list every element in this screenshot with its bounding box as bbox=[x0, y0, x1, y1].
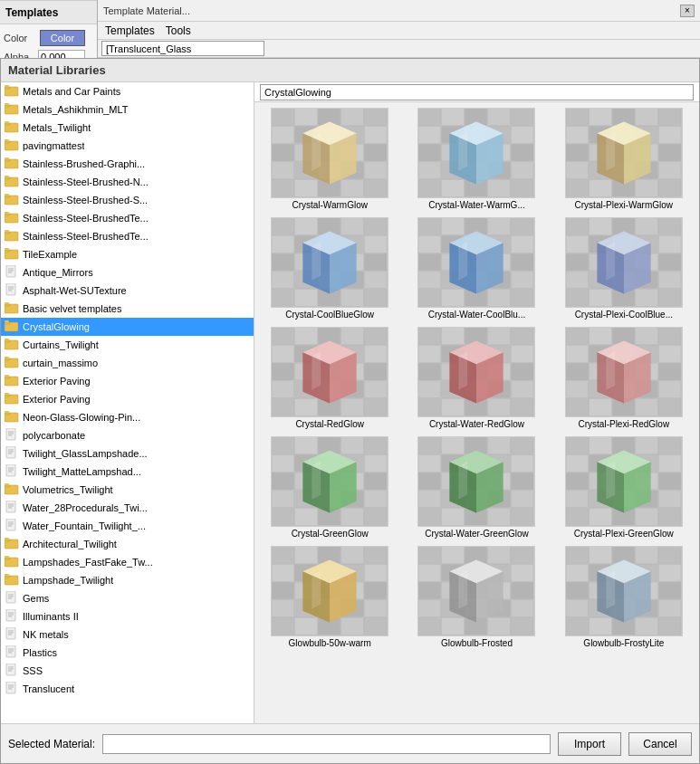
material-item-crystal-plexi-coolblue[interactable]: Crystal-Plexi-CoolBlue... bbox=[552, 215, 695, 321]
cancel-button[interactable]: Cancel bbox=[628, 732, 692, 756]
library-item-stainless-n[interactable]: Stainless-Steel-Brushed-N... bbox=[1, 173, 254, 191]
library-item-curtain-mas[interactable]: curtain_massimo bbox=[1, 354, 254, 372]
svg-rect-148 bbox=[418, 109, 441, 126]
library-item-label: Water_28Procedurals_Twi... bbox=[23, 502, 148, 513]
svg-rect-135 bbox=[365, 162, 388, 179]
material-item-crystal-coolblueglow[interactable]: Crystal-CoolBlueGlow bbox=[258, 215, 401, 321]
library-item-tile-example[interactable]: TileExample bbox=[1, 245, 254, 263]
templates-tab[interactable]: Templates bbox=[5, 6, 58, 19]
library-item-label: Antique_Mirrors bbox=[23, 267, 93, 278]
material-item-crystal-plexi-warmglow[interactable]: Crystal-Plexi-WarmGlow bbox=[552, 106, 695, 212]
material-item-crystal-water-redglow[interactable]: Crystal-Water-RedGlow bbox=[405, 325, 548, 431]
material-item-glowbulb-50w-warm[interactable]: Glowbulb-50w-warm bbox=[258, 544, 401, 650]
library-item-metals-twi[interactable]: Metals_Twilight bbox=[1, 119, 254, 137]
library-item-polycarbonate[interactable]: polycarbonate bbox=[1, 426, 254, 444]
svg-rect-579 bbox=[566, 600, 589, 617]
library-item-stainless-s[interactable]: Stainless-Steel-Brushed-S... bbox=[1, 191, 254, 209]
menu-templates[interactable]: Templates bbox=[101, 24, 158, 38]
svg-rect-153 bbox=[418, 126, 441, 143]
path-input[interactable] bbox=[101, 41, 264, 56]
svg-rect-318 bbox=[272, 363, 294, 380]
material-path-input[interactable] bbox=[260, 84, 694, 100]
svg-rect-567 bbox=[636, 547, 658, 564]
import-button[interactable]: Import bbox=[558, 732, 621, 756]
library-item-twilight-glass[interactable]: Twilight_GlassLampshade... bbox=[1, 444, 254, 463]
color-button[interactable]: Color bbox=[40, 30, 85, 46]
svg-rect-281 bbox=[566, 235, 589, 253]
svg-rect-171 bbox=[488, 180, 511, 197]
svg-rect-10 bbox=[5, 141, 10, 143]
library-item-twilight-matte[interactable]: Twilight_MatteLampshad... bbox=[1, 463, 254, 481]
material-grid[interactable]: Crystal-WarmGlow Crystal-Water-WarmG... bbox=[254, 102, 699, 723]
library-item-water-fountain[interactable]: Water_Fountain_Twilight_... bbox=[1, 517, 254, 535]
svg-rect-213 bbox=[295, 218, 318, 235]
material-item-glowbulb-frosted[interactable]: Glowbulb-Frosted bbox=[405, 544, 548, 650]
library-item-label: Stainless-Steel-BrushedTe... bbox=[23, 231, 149, 242]
library-item-neon-glass[interactable]: Neon-Glass-Glowing-Pin... bbox=[1, 408, 254, 426]
library-item-label: Curtains_Twilight bbox=[23, 339, 99, 350]
svg-rect-364 bbox=[512, 399, 534, 416]
svg-rect-185 bbox=[566, 126, 589, 143]
material-item-crystal-water-greenglow[interactable]: Crystal-Water-GreenGlow bbox=[405, 435, 548, 540]
library-item-exterior-paving1[interactable]: Exterior Paving bbox=[1, 372, 254, 390]
svg-rect-553 bbox=[442, 618, 465, 635]
material-item-crystal-plexi-greenglow[interactable]: Crystal-Plexi-GreenGlow bbox=[552, 435, 695, 540]
svg-rect-574 bbox=[566, 582, 589, 599]
svg-rect-99 bbox=[6, 627, 15, 639]
svg-rect-343 bbox=[488, 328, 511, 345]
library-item-stainless-brte2[interactable]: Stainless-Steel-BrushedTe... bbox=[1, 227, 254, 245]
material-item-crystal-warmglow[interactable]: Crystal-WarmGlow bbox=[258, 106, 401, 212]
svg-rect-409 bbox=[272, 454, 294, 472]
library-item-lampshade-twi[interactable]: Lampshade_Twilight bbox=[1, 571, 254, 589]
svg-rect-14 bbox=[5, 158, 9, 159]
library-item-translucent[interactable]: Translucent bbox=[1, 680, 254, 698]
svg-rect-48 bbox=[5, 358, 10, 360]
material-item-crystal-water-warmg[interactable]: Crystal-Water-WarmG... bbox=[405, 106, 548, 212]
library-item-pavingmattest[interactable]: pavingmattest bbox=[1, 137, 254, 155]
library-item-exterior-paving2[interactable]: Exterior Paving bbox=[1, 390, 254, 408]
lib-icon bbox=[5, 627, 19, 643]
library-item-stainless-brte1[interactable]: Stainless-Steel-BrushedTe... bbox=[1, 209, 254, 227]
library-item-crystalglowing[interactable]: CrystalGlowing bbox=[1, 318, 254, 336]
material-label: Crystal-Water-WarmG... bbox=[428, 200, 524, 210]
library-item-volumetrics[interactable]: Volumetrics_Twilight bbox=[1, 481, 254, 499]
library-item-illuminants[interactable]: Illuminants II bbox=[1, 607, 254, 626]
library-item-architectural[interactable]: Architectural_Twilight bbox=[1, 535, 254, 553]
library-item-lampshades-fast[interactable]: Lampshades_FastFake_Tw... bbox=[1, 553, 254, 571]
library-item-metals-ash[interactable]: Metals_Ashikhmin_MLT bbox=[1, 100, 254, 119]
svg-rect-533 bbox=[442, 547, 465, 564]
library-item-asphalt[interactable]: Asphalt-Wet-SUTexture bbox=[1, 282, 254, 300]
svg-rect-405 bbox=[295, 437, 318, 454]
svg-rect-95 bbox=[6, 609, 15, 621]
library-item-sss[interactable]: SSS bbox=[1, 662, 254, 680]
svg-rect-535 bbox=[488, 547, 511, 564]
menu-tools[interactable]: Tools bbox=[162, 24, 195, 38]
svg-rect-408 bbox=[365, 437, 388, 454]
material-item-glowbulb-frostylite[interactable]: Glowbulb-FrostyLite bbox=[552, 544, 695, 650]
library-item-metals-car[interactable]: Metals and Car Paints bbox=[1, 82, 254, 100]
library-item-label: polycarbonate bbox=[23, 430, 85, 441]
svg-rect-117 bbox=[295, 109, 318, 126]
material-item-crystal-plexi-redglow[interactable]: Crystal-Plexi-RedGlow bbox=[552, 325, 695, 431]
svg-rect-180 bbox=[566, 109, 589, 126]
material-item-crystal-water-coolblu[interactable]: Crystal-Water-CoolBlu... bbox=[405, 215, 548, 321]
library-item-stainless-graphi[interactable]: Stainless-Brushed-Graphi... bbox=[1, 155, 254, 173]
material-item-crystal-redglow[interactable]: Crystal-RedGlow bbox=[258, 325, 401, 431]
svg-rect-28 bbox=[5, 250, 10, 252]
close-button[interactable]: × bbox=[680, 5, 695, 17]
library-list[interactable]: Metals and Car Paints Metals_Ashikhmin_M… bbox=[1, 82, 254, 723]
svg-marker-498 bbox=[606, 461, 615, 499]
material-thumbnail bbox=[417, 546, 535, 636]
library-item-plastics[interactable]: Plastics bbox=[1, 644, 254, 662]
library-item-gems[interactable]: Gems bbox=[1, 589, 254, 607]
library-item-basic-velvet[interactable]: Basic velvet templates bbox=[1, 300, 254, 318]
material-path-bar bbox=[254, 82, 699, 102]
svg-rect-116 bbox=[272, 109, 294, 126]
library-item-water-28proc[interactable]: Water_28Procedurals_Twi... bbox=[1, 499, 254, 517]
material-item-crystal-greenglow[interactable]: Crystal-GreenGlow bbox=[258, 435, 401, 540]
library-item-antique-mirrors[interactable]: Antique_Mirrors bbox=[1, 263, 254, 282]
selected-input[interactable] bbox=[102, 734, 551, 754]
folder-icon bbox=[5, 229, 19, 244]
library-item-nk-metals[interactable]: NK metals bbox=[1, 626, 254, 644]
library-item-curtains-twi[interactable]: Curtains_Twilight bbox=[1, 336, 254, 354]
